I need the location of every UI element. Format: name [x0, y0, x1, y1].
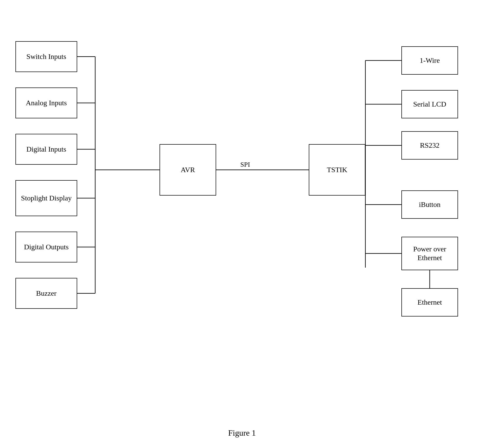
switch-inputs-box: Switch Inputs	[15, 41, 77, 72]
buzzer-box: Buzzer	[15, 278, 77, 309]
connection-lines	[0, 15, 484, 427]
diagram: SPI Switch Inputs Analog Inputs Digital …	[0, 15, 484, 427]
one-wire-box: 1-Wire	[401, 46, 458, 75]
ethernet-box: Ethernet	[401, 288, 458, 317]
tstik-box: TSTIK	[309, 144, 365, 196]
digital-outputs-box: Digital Outputs	[15, 232, 77, 262]
avr-box: AVR	[160, 144, 216, 196]
power-over-ethernet-box: Power over Ethernet	[401, 237, 458, 270]
digital-inputs-box: Digital Inputs	[15, 134, 77, 165]
analog-inputs-box: Analog Inputs	[15, 87, 77, 118]
rs232-box: RS232	[401, 131, 458, 160]
figure-caption: Figure 1	[0, 428, 484, 438]
stoplight-display-box: Stoplight Display	[15, 180, 77, 216]
ibutton-box: iButton	[401, 190, 458, 219]
serial-lcd-box: Serial LCD	[401, 90, 458, 118]
spi-label: SPI	[239, 161, 251, 169]
